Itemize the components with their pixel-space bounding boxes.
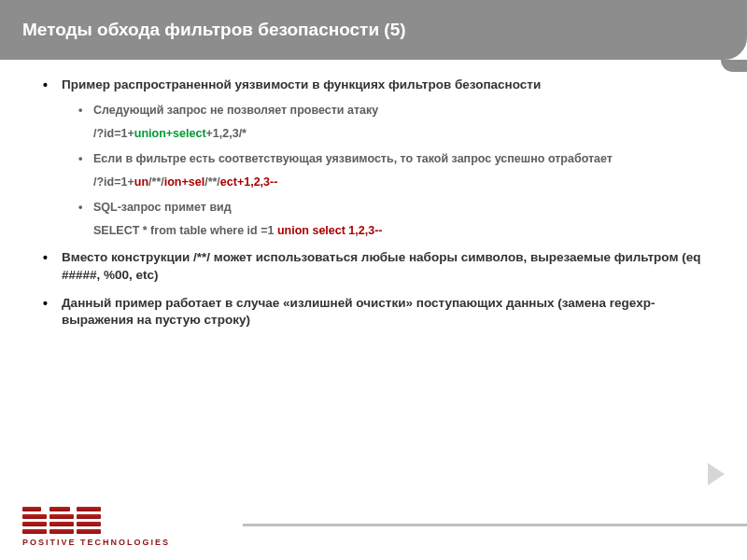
logo: POSITIVE TECHNOLOGIES xyxy=(22,507,170,547)
bullet-1-text: Пример распространенной уязвимости в фун… xyxy=(62,77,541,91)
code3-kw: union select 1,2,3-- xyxy=(277,224,383,237)
code-line-1: /?id=1+union+select+1,2,3/* xyxy=(93,126,704,142)
logo-bars-icon xyxy=(22,507,170,534)
code-line-3: SELECT * from table where id =1 union se… xyxy=(93,223,704,239)
code2-p3: /**/ xyxy=(204,175,220,189)
slide: Методы обхода фильтров безопасности (5) … xyxy=(0,0,747,560)
logo-text: POSITIVE TECHNOLOGIES xyxy=(22,538,170,547)
bullet-2: Вместо конструкции /**/ может использова… xyxy=(62,249,704,283)
code3-pre: SELECT * from table where id =1 xyxy=(93,224,277,237)
bullet-1: Пример распространенной уязвимости в фун… xyxy=(62,77,704,238)
code1-pre: /?id=1+ xyxy=(93,127,134,140)
code2-p1: /?id=1+ xyxy=(93,175,134,189)
footer: POSITIVE TECHNOLOGIES xyxy=(0,495,747,560)
sub-1-3: SQL-запрос примет вид xyxy=(93,200,704,216)
slide-content: Пример распространенной уязвимости в фун… xyxy=(0,60,747,329)
code2-p2: /**/ xyxy=(148,175,164,189)
code2-r3: ect+1,2,3-- xyxy=(220,175,278,189)
sub-1-1: Следующий запрос не позволяет провести а… xyxy=(93,103,704,119)
sub-1-2: Если в фильтре есть соответствующая уязв… xyxy=(93,151,704,167)
footer-divider xyxy=(243,524,747,526)
bullet-1-sublist: Следующий запрос не позволяет провести а… xyxy=(62,103,704,238)
code2-r1: un xyxy=(134,175,148,189)
next-arrow-icon[interactable] xyxy=(708,463,725,485)
title-bar: Методы обхода фильтров безопасности (5) xyxy=(0,0,747,60)
slide-title: Методы обхода фильтров безопасности (5) xyxy=(22,20,406,40)
code1-keyword: union+select xyxy=(134,127,206,140)
code1-post: +1,2,3/* xyxy=(206,127,247,140)
bullet-list: Пример распространенной уязвимости в фун… xyxy=(43,77,704,329)
code-line-2: /?id=1+un/**/ion+sel/**/ect+1,2,3-- xyxy=(93,175,704,190)
bullet-3: Данный пример работает в случае «излишне… xyxy=(62,295,704,329)
code2-r2: ion+sel xyxy=(164,175,204,189)
